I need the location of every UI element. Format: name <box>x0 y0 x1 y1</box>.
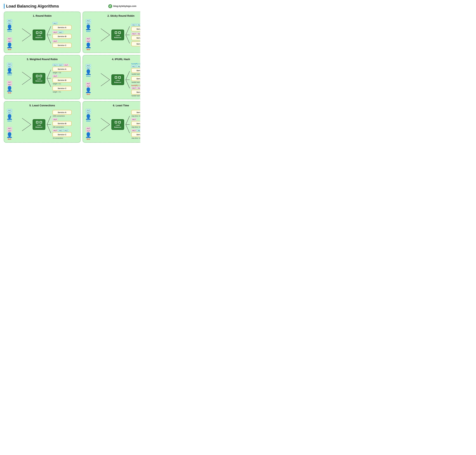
svg-line-18 <box>126 71 130 80</box>
panel-least-time: 6. Least Timereq 2req 1👤Alicereq 3req 4👤… <box>83 101 140 143</box>
lb-column: LoadBalancer <box>111 30 124 40</box>
service-note-1: handle hash 1 <box>131 81 140 83</box>
users-column: req 2req 1👤Alicereq 3req 4👤Bob <box>85 64 99 95</box>
page-header: Load Balancing Algorithms blog.bytebyteg… <box>4 4 136 8</box>
users-column: req 2req 1👤Alicereq 3req 4👤Bob <box>6 63 20 94</box>
service-note-0: weight = 0.8 <box>52 72 61 73</box>
hash-alice-label: hash(IP) = 0 <box>131 63 140 65</box>
req-tag: req 3 <box>86 37 91 40</box>
svg-line-11 <box>22 72 31 78</box>
req-tag: req 3 <box>131 129 136 131</box>
service-reqs: req 4 <box>52 75 58 77</box>
alice-icon: 👤 <box>85 70 92 75</box>
bob-block: req 3req 4👤Bob <box>85 127 92 140</box>
brand-text: blog.bytebytego.com <box>113 5 136 8</box>
users-column: req 2req 1👤Alicereq 3req 4👤Bob <box>6 19 20 50</box>
bob-label: Bob <box>86 93 90 95</box>
panel-ip-url-hash: 4. IP/URL Hashreq 2req 1👤Alicereq 3req 4… <box>83 55 140 99</box>
service-box-1: Service B <box>131 121 140 126</box>
arrows-right-svg <box>125 22 130 48</box>
service-reqs: req 4 <box>52 118 58 121</box>
alice-icon: 👤 <box>6 25 13 30</box>
lb-label: LoadBalancer <box>35 78 42 82</box>
panel-title: 3. Weighted Round Robin <box>6 58 78 61</box>
service-item-1: req 4req 2Service B <box>52 31 78 39</box>
panel-title: 5. Least Connections <box>6 104 78 107</box>
alice-reqs: req 2req 1 <box>86 19 91 24</box>
diagram: req 2req 1👤Alicereq 3req 4👤BobLoadBalanc… <box>85 63 140 97</box>
req-tag: req 3 <box>7 127 12 129</box>
panels-grid: 1. Round Robinreq 2req 1👤Alicereq 3req 4… <box>4 12 136 143</box>
req-tag: req 4 <box>7 40 12 42</box>
alice-reqs: req 2req 1 <box>86 64 91 69</box>
services-column: req 1req 2Service Areq 3req 4Service BSe… <box>131 24 140 46</box>
svg-line-6 <box>101 29 110 35</box>
arrows-svg <box>100 67 110 92</box>
req-tag: req 2 <box>58 129 63 131</box>
req-tag: req 2 <box>7 19 12 22</box>
service-note-2: handle hash 2 <box>131 95 140 97</box>
svg-line-2 <box>22 35 31 41</box>
load-balancer-box: LoadBalancer <box>111 119 124 130</box>
bob-reqs: req 3req 4 <box>7 127 12 132</box>
service-item-1: req 3req 4Service B <box>131 32 140 40</box>
arrows-svg <box>21 112 32 137</box>
service-reqs: req 3 <box>52 40 58 42</box>
arrows-svg <box>100 112 110 137</box>
lb-label: LoadBalancer <box>114 124 121 128</box>
service-box-1: Service B <box>131 76 140 81</box>
req-tag: req 2 <box>58 64 63 66</box>
svg-line-30 <box>126 124 130 133</box>
service-reqs: req 4req 2 <box>52 31 63 33</box>
users-column: req 2req 1👤Alicereq 3req 4👤Bob <box>6 109 20 140</box>
service-box-2: Service C <box>131 132 140 137</box>
alice-label: Alice <box>7 30 12 32</box>
diagram: req 2req 1👤Alicereq 3req 4👤BobLoadBalanc… <box>85 19 140 50</box>
services-column: Service Aresp time: 100msreq 4Service Br… <box>131 110 140 139</box>
arrows-right-svg <box>46 65 51 91</box>
lb-column: LoadBalancer <box>111 119 124 130</box>
diagram: req 2req 1👤Alicereq 3req 4👤BobLoadBalanc… <box>6 19 78 50</box>
req-tag: req 4 <box>86 85 91 87</box>
alice-icon: 👤 <box>6 68 13 73</box>
lb-label: LoadBalancer <box>114 34 121 39</box>
req-tag: req 1 <box>7 65 12 68</box>
req-tag: req 3 <box>7 81 12 83</box>
services-column: req 1req 2req 3Service Aweight = 0.8req … <box>52 64 78 93</box>
alice-block: req 2req 1👤Alice <box>6 19 13 32</box>
service-item-2: req 3req 2req 1Service Cresp time: 1ms <box>131 129 140 139</box>
service-reqs: req 3req 2req 1 <box>52 129 69 131</box>
req-tag: req 4 <box>52 75 58 77</box>
service-item-2: hash(IP) = 2req 4req 3Service Chandle ha… <box>131 84 140 97</box>
service-box-1: Service B <box>131 35 140 40</box>
arrows-svg <box>21 65 32 91</box>
alice-label: Alice <box>86 75 90 77</box>
service-box-0: Service A <box>52 67 72 72</box>
panel-weighted-round-robin: 3. Weighted Round Robinreq 2req 1👤Alicer… <box>4 55 81 99</box>
req-tag: req 4 <box>86 130 91 132</box>
service-reqs: req 1req 2 <box>131 65 140 67</box>
req-tag: req 1 <box>7 22 12 24</box>
service-reqs: req 3req 2req 1 <box>131 129 140 131</box>
alice-reqs: req 2req 1 <box>7 109 12 114</box>
bob-label: Bob <box>86 138 90 140</box>
req-tag: req 3 <box>64 64 69 66</box>
service-reqs: req 3req 4 <box>131 32 140 35</box>
req-tag: req 2 <box>137 24 140 26</box>
panel-title: 4. IP/URL Hash <box>85 58 140 61</box>
alice-icon: 👤 <box>6 114 13 119</box>
arrows-right-svg <box>125 67 130 92</box>
brand-icon <box>108 4 112 8</box>
bob-icon: 👤 <box>6 43 13 48</box>
svg-line-10 <box>126 35 130 43</box>
req-tag: req 3 <box>137 87 140 89</box>
service-box-2: Service C <box>52 86 72 91</box>
req-tag: req 4 <box>137 32 140 35</box>
alice-label: Alice <box>7 120 12 122</box>
lb-column: LoadBalancer <box>33 119 45 130</box>
service-item-1: req 4Service Bresp time: 10ms <box>131 118 140 128</box>
load-balancer-box: LoadBalancer <box>33 30 45 40</box>
service-item-1: req 4Service B100 connections <box>52 118 78 128</box>
service-note-0: resp time: 100ms <box>131 115 140 117</box>
req-tag: req 3 <box>86 82 91 85</box>
